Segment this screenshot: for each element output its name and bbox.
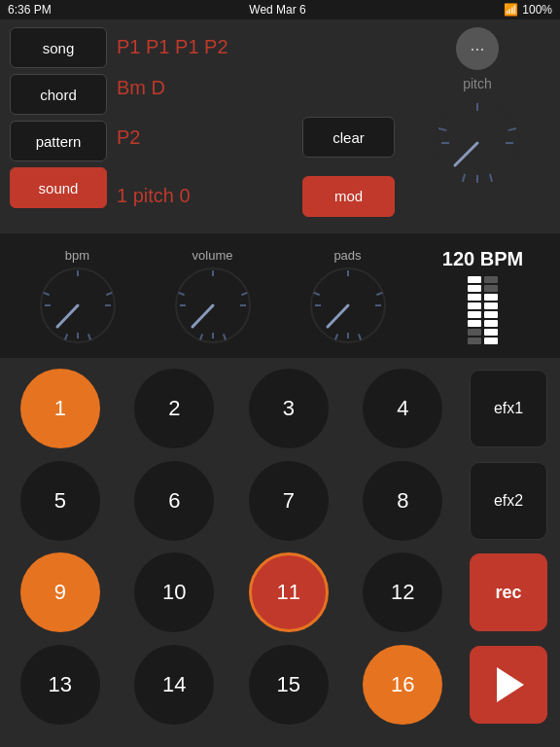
pad-1[interactable]: 1 — [20, 369, 100, 448]
info-line-1: P1 P1 P1 P2 — [117, 36, 395, 58]
info-action-row-3: P2 clear — [117, 117, 395, 158]
bpm-bar: bpm volume — [0, 233, 560, 358]
info-line-4: 1 pitch 0 — [117, 185, 191, 207]
chord-button[interactable]: chord — [10, 74, 107, 115]
song-button[interactable]: song — [10, 27, 107, 68]
play-icon — [497, 667, 524, 702]
sound-button[interactable]: sound — [10, 167, 107, 208]
pad-4[interactable]: 4 — [363, 369, 442, 448]
pitch-knob[interactable] — [434, 99, 521, 187]
wifi-icon: 📶 — [504, 3, 518, 17]
right-controls: ··· pitch — [404, 27, 550, 226]
pad-9[interactable]: 9 — [20, 552, 100, 632]
bpm-label: bpm — [65, 248, 89, 263]
center-area: P1 P1 P1 P2 Bm D P2 clear 1 pitch 0 mod — [107, 27, 404, 226]
bpm-knob-section: bpm — [10, 248, 145, 344]
svg-line-19 — [57, 305, 78, 327]
bar-col-1 — [468, 276, 481, 344]
level-bars — [468, 276, 498, 344]
bpm-value: 120 BPM — [442, 248, 523, 270]
clear-button[interactable]: clear — [302, 117, 395, 158]
volume-knob[interactable] — [174, 267, 252, 344]
pads-knob-section: pads — [280, 248, 415, 344]
left-buttons: song chord pattern sound — [10, 27, 107, 226]
bar-col-2 — [484, 276, 498, 344]
rec-button[interactable]: rec — [470, 553, 547, 631]
volume-knob-section: volume — [145, 248, 280, 344]
efx1-button[interactable]: efx1 — [470, 370, 547, 447]
info-line-3: P2 — [117, 126, 140, 149]
pitch-label: pitch — [463, 76, 492, 91]
pad-15[interactable]: 15 — [249, 645, 329, 725]
pattern-button[interactable]: pattern — [10, 121, 107, 161]
pad-2[interactable]: 2 — [134, 369, 214, 448]
pads-label: pads — [333, 248, 361, 263]
pad-13[interactable]: 13 — [20, 645, 100, 725]
battery-level: 100% — [522, 3, 552, 17]
status-bar: 6:36 PM Wed Mar 6 📶 100% — [0, 0, 560, 19]
pad-3[interactable]: 3 — [249, 369, 329, 448]
svg-line-39 — [328, 305, 348, 327]
pad-6[interactable]: 6 — [134, 461, 214, 541]
pad-grid: 1 2 3 4 efx1 5 6 7 8 efx2 9 10 11 12 rec… — [0, 358, 560, 735]
more-button[interactable]: ··· — [456, 27, 499, 70]
pads-knob[interactable] — [309, 267, 387, 344]
efx2-button[interactable]: efx2 — [470, 462, 547, 540]
pad-12[interactable]: 12 — [363, 552, 442, 632]
pad-10[interactable]: 10 — [134, 552, 214, 632]
svg-line-29 — [192, 305, 213, 327]
status-date: Wed Mar 6 — [249, 3, 305, 17]
pad-8[interactable]: 8 — [363, 461, 442, 541]
pad-5[interactable]: 5 — [20, 461, 100, 541]
status-time: 6:36 PM — [8, 3, 52, 17]
play-button[interactable] — [470, 646, 547, 724]
bpm-display: 120 BPM — [415, 248, 550, 344]
pad-14[interactable]: 14 — [134, 645, 214, 725]
info-action-row-4: 1 pitch 0 mod — [117, 176, 395, 217]
mod-button[interactable]: mod — [302, 176, 395, 217]
volume-label: volume — [192, 248, 233, 263]
svg-line-9 — [455, 143, 477, 165]
bpm-knob[interactable] — [39, 267, 117, 344]
info-line-2: Bm D — [117, 77, 395, 99]
pad-7[interactable]: 7 — [249, 461, 329, 541]
pad-11[interactable]: 11 — [249, 552, 329, 632]
pad-16[interactable]: 16 — [363, 645, 442, 725]
top-area: song chord pattern sound P1 P1 P1 P2 Bm … — [0, 19, 560, 233]
